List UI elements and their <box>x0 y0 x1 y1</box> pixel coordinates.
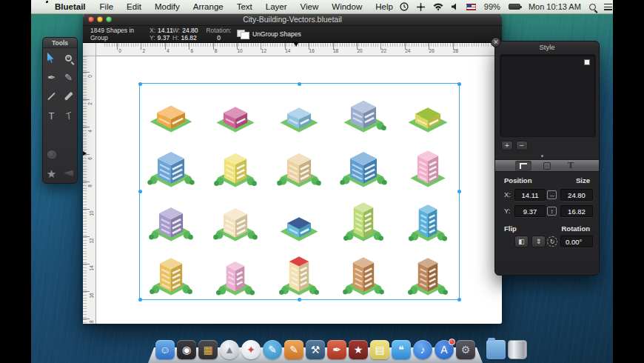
wifi-icon[interactable] <box>433 3 443 10</box>
remove-style-button[interactable]: − <box>516 141 528 150</box>
rounded-rectangle-tool[interactable] <box>60 125 77 144</box>
menu-modify[interactable]: Modify <box>148 0 187 14</box>
notification-center-icon[interactable] <box>604 4 612 10</box>
dock-icon-downloads-folder[interactable] <box>486 340 506 359</box>
style-list[interactable] <box>500 54 596 137</box>
title-bar[interactable]: City-Building-Vectors.bluetail <box>83 13 502 26</box>
y-position-field[interactable]: 9.37 <box>514 205 546 217</box>
building-teal-tower[interactable] <box>395 192 460 246</box>
marker-tool[interactable] <box>60 87 77 106</box>
add-style-button[interactable]: + <box>501 141 513 150</box>
v-ruler-number: 14 <box>89 265 94 270</box>
building-gold-cylinder-tower[interactable] <box>139 246 204 300</box>
building-pink-tower[interactable] <box>204 246 268 300</box>
menu-arrange[interactable]: Arrange <box>187 0 230 14</box>
position-readout: X:14.11 Y:9.37 <box>150 27 172 41</box>
menu-bluetail[interactable]: Bluetail <box>47 0 93 14</box>
menubar-clock[interactable]: Mon 10:13 AM <box>529 2 581 11</box>
select-tool[interactable] <box>43 48 60 67</box>
dock-icon-system-preferences[interactable]: ⚙ <box>456 340 475 359</box>
building-orange-shop[interactable] <box>139 83 204 137</box>
menu-text[interactable]: Text <box>230 0 259 14</box>
dock-icon-dark-utility[interactable]: ◉ <box>177 340 196 359</box>
document-canvas[interactable] <box>96 56 502 324</box>
input-source-flag-icon[interactable] <box>466 4 476 10</box>
building-yellow-office[interactable] <box>204 137 268 191</box>
building-cream-redroof-tower[interactable] <box>267 246 332 300</box>
star-tool[interactable]: ★ <box>43 164 60 183</box>
polygon-tool[interactable] <box>60 144 77 164</box>
menu-file[interactable]: File <box>93 0 121 14</box>
h-ruler-number: 16 <box>309 48 315 53</box>
battery-percent[interactable]: 99% <box>484 2 500 11</box>
building-lightblue-station[interactable] <box>267 83 332 137</box>
building-blue-warehouse[interactable] <box>267 192 332 246</box>
cone-tool[interactable] <box>60 164 77 183</box>
status-area: 99% Mon 10:13 AM <box>400 2 613 11</box>
dock-icon-image-editor[interactable]: ✎ <box>284 340 303 359</box>
rotation-field[interactable]: 0.00° <box>560 236 593 247</box>
dock-icon-tasks-book[interactable]: ★ <box>349 340 368 359</box>
menu-layer[interactable]: Layer <box>259 0 294 14</box>
building-bluegray-office[interactable] <box>332 83 396 137</box>
building-lime-shop[interactable] <box>395 83 460 137</box>
building-purple-office[interactable] <box>139 192 204 246</box>
dock-icon-stickies[interactable]: ▤ <box>370 340 389 359</box>
dock-icon-trash[interactable] <box>508 340 527 359</box>
dock-icon-red-editor[interactable]: ✒ <box>327 340 346 359</box>
rectangle-tool[interactable] <box>43 125 60 144</box>
flip-horizontal-button[interactable]: ◧ <box>514 236 529 247</box>
stroke-style-tab[interactable] <box>515 161 531 171</box>
dock-icon-itunes[interactable]: ♪ <box>413 340 432 359</box>
dock-icon-media-grid-app[interactable]: ▦ <box>198 340 218 359</box>
building-blue-office-complex[interactable] <box>332 137 396 191</box>
accessibility-icon[interactable] <box>417 3 425 11</box>
text-transform-tool[interactable]: T <box>60 106 77 125</box>
menu-view[interactable]: View <box>294 0 326 14</box>
time-machine-icon[interactable] <box>400 2 409 11</box>
building-brown-slant-building[interactable] <box>332 246 396 300</box>
building-magenta-store[interactable] <box>204 83 268 137</box>
ungroup-shapes-button[interactable]: UnGroup Shapes <box>237 30 301 39</box>
close-button[interactable] <box>88 16 94 22</box>
line-tool[interactable] <box>43 87 60 106</box>
panel-close-icon[interactable]: ✕ <box>491 37 501 47</box>
pencil-tool[interactable]: ✎ <box>60 67 77 87</box>
dock-icon-launchpad[interactable]: ▲ <box>220 340 239 359</box>
dock-icon-messages[interactable]: ❝ <box>392 340 411 359</box>
building-tan-office[interactable] <box>267 137 332 191</box>
dock-icon-finder[interactable]: ☺ <box>155 340 175 359</box>
building-pink-highrise[interactable] <box>395 137 460 191</box>
width-field[interactable]: 24.80 <box>560 189 593 201</box>
menu-window[interactable]: Window <box>325 0 369 14</box>
style-swatch[interactable] <box>584 59 590 65</box>
text-tool[interactable]: T <box>43 106 60 125</box>
menu-edit[interactable]: Edit <box>120 0 148 14</box>
zoom-button[interactable] <box>106 16 112 22</box>
pen-tool[interactable]: ✒ <box>43 67 60 87</box>
zoom-tool[interactable] <box>60 48 77 67</box>
v-ruler-tick <box>83 182 90 182</box>
x-position-field[interactable]: 14.11 <box>514 189 546 201</box>
volume-icon[interactable] <box>452 3 458 10</box>
flip-vertical-button[interactable]: ⇕ <box>531 236 546 247</box>
tools-palette-title[interactable]: Tools <box>43 38 77 48</box>
building-green-tower[interactable] <box>332 192 396 246</box>
style-panel-title[interactable]: Style <box>495 41 599 53</box>
building-cream-l-building[interactable] <box>204 192 268 246</box>
spotlight-icon[interactable] <box>589 4 596 10</box>
menu-help[interactable]: Help <box>369 0 400 14</box>
ellipse-tool[interactable] <box>43 144 60 164</box>
dock-icon-build-tool[interactable]: ⚒ <box>306 340 325 359</box>
text-style-tab[interactable]: T <box>563 161 579 171</box>
battery-icon[interactable] <box>509 4 520 10</box>
metrics-tab[interactable]: ⇔ <box>539 161 555 171</box>
minimize-button[interactable] <box>97 16 103 22</box>
building-blue-twin-tower[interactable] <box>139 137 204 191</box>
building-brown-column-tower[interactable] <box>395 246 460 300</box>
building-illustrations-group[interactable] <box>139 83 460 300</box>
height-field[interactable]: 16.82 <box>560 205 593 217</box>
dock-icon-bluetail-app[interactable]: ✎ <box>263 340 282 359</box>
dock-icon-safari[interactable]: ✦ <box>241 340 261 359</box>
dock-icon-app-store[interactable]: A <box>435 340 454 359</box>
